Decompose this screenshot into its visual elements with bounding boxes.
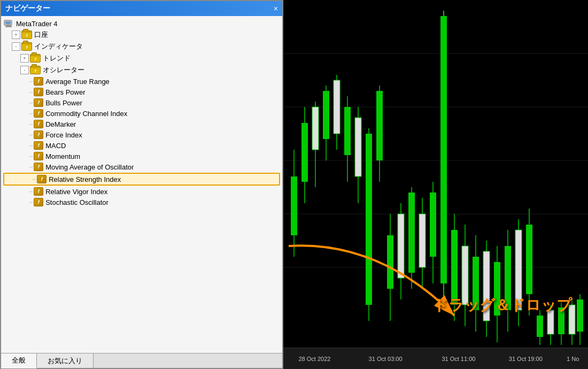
func-icon-force: f [34,130,43,139]
tree-item-mao[interactable]: ····fMoving Average of Oscillator [1,162,282,172]
tree-item-indicators[interactable]: - f インディケータ [1,41,282,52]
tree-label-oscillator: オシレーター [43,65,84,75]
svg-rect-34 [376,91,383,160]
time-label: 1 No [567,356,579,362]
tree-connector-stoch: ···· [29,199,33,205]
tree-connector-rsi: ···· [32,176,36,182]
func-icon-atr: f [34,77,43,86]
func-icon-macd: f [34,141,43,150]
tree-label-metatrader4: MetaTrader 4 [16,20,58,28]
tree-connector-cci: ···· [29,111,33,117]
tree-item-momentum[interactable]: ····fMomentum [1,151,282,162]
svg-rect-22 [323,91,329,139]
svg-rect-79 [577,299,583,332]
tab-favorites[interactable]: お気に入り [37,353,94,368]
svg-rect-32 [366,134,372,305]
tree-connector-atr: ···· [29,79,33,84]
tree-item-demarker[interactable]: ····fDeMarker [1,119,282,129]
tree-connector-bulls: ···· [29,100,33,106]
svg-rect-19 [312,107,319,150]
navigator-title: ナビゲーター [5,4,50,13]
tree-label-demarker: DeMarker [45,120,76,128]
svg-rect-36 [387,235,393,289]
navigator-tabs: 全般お気に入り [1,353,282,368]
tree-label-atr: Average True Range [45,78,110,86]
tree-label-momentum: Momentum [45,152,80,160]
svg-rect-69 [537,316,543,337]
tree-label-stoch: Stochastic Oscillator [45,198,109,206]
tree-item-bears[interactable]: ····fBears Power [1,87,282,97]
tree-item-stoch[interactable]: ····fStochastic Oscillator [1,197,282,207]
tree-item-macd[interactable]: ····fMACD [1,140,282,151]
tree-item-oscillator[interactable]: - f オシレーター [1,64,282,76]
svg-rect-27 [344,107,351,155]
folder-icon-indicators: f [21,42,32,51]
expand-icon-trend[interactable]: + [20,54,29,63]
tree-label-cci: Commodity Channel Index [45,110,127,118]
navigator-panel: ナビゲーター × MetaTrader 4+ f 口座- f インディケ [0,0,283,369]
svg-rect-50 [451,230,458,305]
svg-rect-3 [5,26,12,27]
svg-rect-17 [301,123,308,182]
func-icon-rsi: f [37,175,47,183]
folder-icon-oscillator: f [30,66,41,74]
func-icon-stoch: f [34,198,43,206]
tree-connector-bears: ···· [29,89,33,95]
svg-rect-24 [334,80,340,134]
tree-item-force[interactable]: ····fForce Index [1,129,282,140]
tree-label-bears: Bears Power [45,88,85,96]
drag-drop-label: ドラッグ＆ドロップ [433,295,572,316]
time-label: 31 Oct 19:00 [509,356,543,362]
svg-rect-43 [419,214,425,267]
svg-rect-15 [291,176,297,235]
tree-connector-force: ···· [29,132,33,138]
func-icon-momentum: f [34,152,43,160]
tree-label-force: Force Index [45,131,82,139]
tree-connector-mao: ···· [29,164,33,170]
svg-rect-1 [5,21,11,24]
func-icon-demarker: f [34,120,43,128]
func-icon-bulls: f [34,98,43,107]
svg-rect-38 [398,214,404,278]
tree-item-trend[interactable]: + f トレンド [1,52,282,64]
tree-item-metatrader4[interactable]: MetaTrader 4 [1,18,282,29]
expand-icon-accounts[interactable]: + [12,30,20,39]
time-label: 31 Oct 03:00 [369,356,403,362]
time-axis: 28 Oct 202231 Oct 03:0031 Oct 11:0031 Oc… [283,348,588,369]
tree-label-accounts: 口座 [34,30,48,40]
func-icon-rvi: f [34,187,43,196]
tree-item-cci[interactable]: ····fCommodity Channel Index [1,108,282,119]
tree-label-bulls: Bulls Power [45,99,82,107]
expand-icon-indicators[interactable]: - [12,42,20,51]
tree-item-bulls[interactable]: ····fBulls Power [1,97,282,108]
expand-icon-oscillator[interactable]: - [20,66,29,74]
svg-rect-46 [430,193,436,257]
func-icon-mao: f [34,163,43,171]
close-button[interactable]: × [274,4,278,13]
computer-icon [3,19,14,28]
tree-connector-macd: ···· [29,143,33,149]
func-icon-bears: f [34,88,43,96]
time-label: 28 Oct 2022 [299,356,331,362]
chart-area: 28 Oct 202231 Oct 03:0031 Oct 11:0031 Oc… [283,0,588,369]
tree-item-rsi[interactable]: ····fRelative Strength Index [3,173,280,186]
svg-rect-2 [6,25,11,26]
tab-all[interactable]: 全般 [1,353,37,368]
svg-rect-29 [355,118,361,176]
tree-connector-momentum: ···· [29,153,33,159]
tree-connector-rvi: ···· [29,189,33,195]
svg-rect-48 [440,16,447,283]
tree-item-rvi[interactable]: ····fRelative Vigor Index [1,186,282,197]
tree-item-atr[interactable]: ····fAverage True Range [1,76,282,87]
tree-label-mao: Moving Average of Oscillator [45,163,134,171]
svg-rect-67 [526,225,532,294]
time-label: 31 Oct 11:00 [442,356,475,362]
folder-icon-trend: f [30,54,41,63]
navigator-titlebar: ナビゲーター × [1,1,282,16]
svg-rect-41 [408,193,415,273]
tree-label-macd: MACD [45,142,66,150]
func-icon-cci: f [34,109,43,118]
navigator-tree: MetaTrader 4+ f 口座- f インディケータ+ f トレンド- [1,16,282,353]
tree-connector-demarker: ···· [29,121,33,127]
tree-item-accounts[interactable]: + f 口座 [1,29,282,41]
